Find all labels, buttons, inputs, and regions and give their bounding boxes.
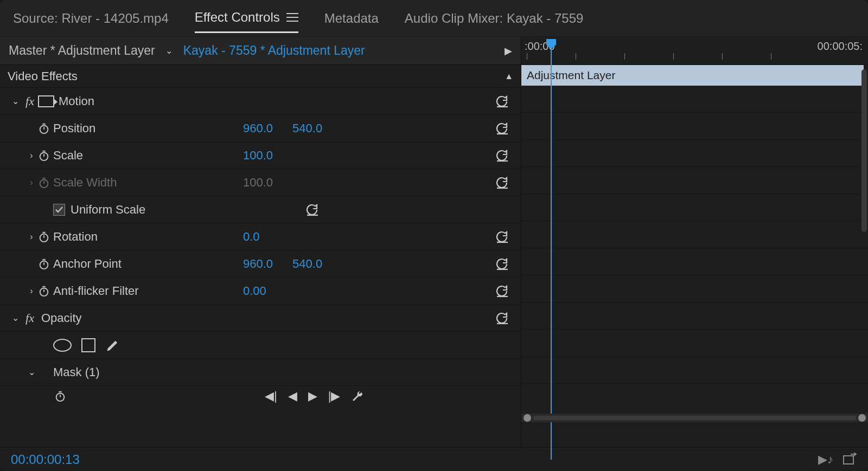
- reset-icon[interactable]: [495, 285, 514, 298]
- fx-badge-icon[interactable]: fx: [22, 311, 38, 325]
- chevron-right-icon[interactable]: ›: [25, 286, 38, 296]
- panel-tabs: Source: River - 14205.mp4 Effect Control…: [0, 0, 868, 37]
- opacity-label: Opacity: [41, 311, 82, 325]
- scale-label: Scale: [53, 149, 83, 163]
- chevron-right-icon[interactable]: ›: [25, 232, 38, 242]
- timeline-track-row: [521, 248, 868, 275]
- timeline-clip[interactable]: Adjustment Layer: [521, 65, 864, 86]
- timeline-track-row: [521, 357, 868, 384]
- mask-row[interactable]: ⌄ Mask (1): [0, 359, 521, 386]
- scale-width-label: Scale Width: [53, 176, 117, 190]
- stopwatch-icon[interactable]: [38, 231, 53, 243]
- tab-effect-controls-label: Effect Controls: [195, 10, 280, 25]
- scroll-handle-right[interactable]: [858, 414, 866, 422]
- scroll-handle-left[interactable]: [524, 414, 531, 422]
- properties-pane: Master * Adjustment Layer ⌄ Kayak - 7559…: [0, 37, 521, 447]
- motion-effect-row[interactable]: ⌄ fx Motion: [0, 88, 521, 115]
- mask-path-row: › ◀| ◀ ▶ |▶: [0, 386, 521, 407]
- reset-icon[interactable]: [495, 176, 514, 189]
- play-icon[interactable]: ▶: [505, 45, 512, 57]
- scale-width-value: 100.0: [243, 176, 273, 190]
- stopwatch-icon[interactable]: [54, 390, 69, 402]
- breadcrumb-clip[interactable]: Kayak - 7559 * Adjustment Layer: [183, 43, 365, 58]
- rotation-row: › Rotation 0.0: [0, 223, 521, 250]
- toggle-audio-icon[interactable]: ▶♪: [818, 453, 833, 467]
- svg-point-27: [56, 393, 65, 402]
- ruler-end-label: 00:00:05:: [818, 40, 863, 53]
- anchor-point-row: › Anchor Point 960.0 540.0: [0, 250, 521, 278]
- anchor-x-value[interactable]: 960.0: [243, 257, 273, 271]
- fx-badge-icon[interactable]: fx: [22, 94, 38, 108]
- scale-width-row: › Scale Width 100.0: [0, 169, 521, 196]
- chevron-down-icon[interactable]: ⌄: [163, 46, 176, 56]
- prev-keyframe-icon[interactable]: ◀|: [265, 389, 277, 403]
- breadcrumb-master[interactable]: Master * Adjustment Layer: [9, 43, 155, 58]
- next-keyframe-icon[interactable]: |▶: [328, 389, 341, 403]
- panel-footer: 00:00:00:13 ▶♪: [0, 447, 868, 471]
- chevron-down-icon[interactable]: ⌄: [25, 367, 38, 377]
- property-list: ⌄ fx Motion › Position: [0, 88, 521, 447]
- rotation-value[interactable]: 0.0: [243, 230, 260, 244]
- timeline-track-row: [521, 330, 868, 357]
- chevron-down-icon[interactable]: ⌄: [9, 313, 22, 323]
- rectangle-mask-icon[interactable]: [81, 338, 95, 352]
- chevron-right-icon[interactable]: ›: [25, 151, 38, 160]
- svg-rect-30: [844, 456, 853, 464]
- uniform-scale-checkbox[interactable]: [53, 204, 65, 216]
- reset-icon[interactable]: [495, 149, 514, 162]
- rotation-label: Rotation: [53, 230, 98, 244]
- video-effects-header[interactable]: Video Effects ▲: [0, 65, 521, 88]
- pen-mask-icon[interactable]: [105, 338, 120, 353]
- scroll-thumb[interactable]: [533, 416, 856, 420]
- current-timecode[interactable]: 00:00:00:13: [11, 452, 80, 467]
- stopwatch-icon[interactable]: [38, 285, 53, 297]
- reset-icon[interactable]: [495, 95, 514, 108]
- reset-icon[interactable]: [495, 122, 514, 135]
- timeline-ruler[interactable]: :00:00 00:00:05:: [521, 37, 868, 65]
- position-x-value[interactable]: 960.0: [243, 121, 273, 136]
- anti-flicker-value[interactable]: 0.00: [243, 284, 266, 298]
- tab-audio-clip-mixer[interactable]: Audio Clip Mixer: Kayak - 7559: [405, 4, 583, 33]
- reset-icon[interactable]: [495, 230, 514, 243]
- chevron-right-icon[interactable]: ›: [25, 178, 38, 188]
- mask-tools-row: ›: [0, 332, 521, 359]
- tab-metadata[interactable]: Metadata: [324, 4, 379, 33]
- next-frame-icon[interactable]: ▶: [308, 389, 317, 403]
- reset-icon[interactable]: [495, 312, 514, 325]
- uniform-scale-label: Uniform Scale: [71, 203, 145, 217]
- vertical-scrollbar[interactable]: [861, 69, 867, 232]
- ellipse-mask-icon[interactable]: [53, 339, 72, 352]
- collapse-up-icon[interactable]: ▲: [505, 72, 513, 81]
- scale-value[interactable]: 100.0: [243, 149, 273, 163]
- timeline-track-row: [521, 302, 868, 330]
- stopwatch-icon[interactable]: [38, 258, 53, 270]
- stopwatch-icon[interactable]: [38, 150, 53, 162]
- panel-body: Master * Adjustment Layer ⌄ Kayak - 7559…: [0, 37, 868, 447]
- svg-point-1: [40, 125, 48, 133]
- reset-icon[interactable]: [495, 257, 514, 270]
- horizontal-scrollbar[interactable]: [521, 414, 868, 422]
- prev-frame-icon[interactable]: ◀: [288, 389, 297, 403]
- stopwatch-icon: [38, 177, 53, 189]
- chevron-down-icon[interactable]: ⌄: [9, 96, 22, 106]
- tab-source[interactable]: Source: River - 14205.mp4: [13, 4, 169, 33]
- export-frame-icon[interactable]: [843, 453, 857, 467]
- timeline-track-row: [521, 113, 868, 140]
- timeline-track-row: [521, 275, 868, 302]
- timeline-clip-label: Adjustment Layer: [527, 69, 615, 82]
- clip-breadcrumb: Master * Adjustment Layer ⌄ Kayak - 7559…: [0, 37, 521, 65]
- mask-label: Mask (1): [53, 365, 100, 379]
- wrench-icon[interactable]: [351, 390, 364, 403]
- position-y-value[interactable]: 540.0: [292, 121, 322, 136]
- opacity-effect-row[interactable]: ⌄ fx Opacity: [0, 305, 521, 332]
- panel-menu-icon[interactable]: [286, 13, 298, 22]
- timeline-track-row: [521, 86, 868, 113]
- reset-icon[interactable]: [305, 203, 324, 216]
- transform-box-icon[interactable]: [38, 95, 54, 107]
- playhead-line: [551, 48, 552, 460]
- stopwatch-icon[interactable]: [38, 122, 53, 134]
- timeline-track-row: [521, 221, 868, 248]
- tab-effect-controls[interactable]: Effect Controls: [195, 3, 298, 33]
- video-effects-label: Video Effects: [8, 69, 78, 83]
- anchor-y-value[interactable]: 540.0: [292, 257, 322, 271]
